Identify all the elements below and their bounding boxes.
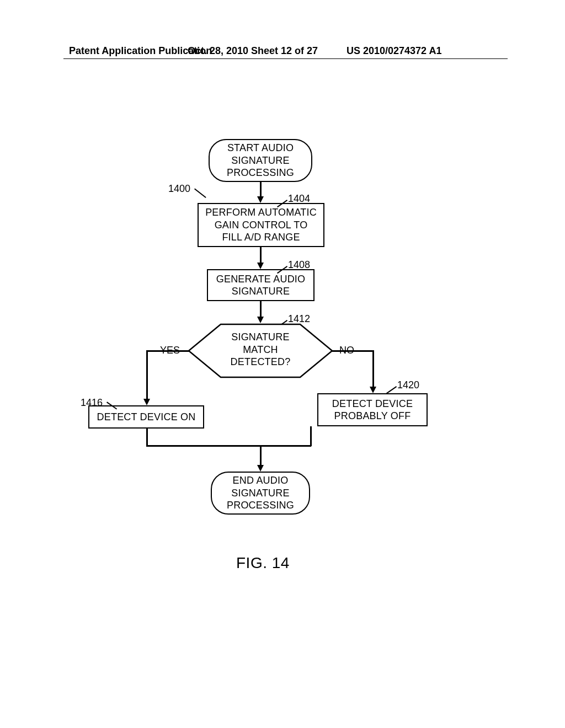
node-start-text: START AUDIOSIGNATUREPROCESSING [227,142,294,179]
edge-start-agc-arrow [257,196,264,203]
edge-dec-on-arrow [143,399,150,405]
node-decision-text: SIGNATUREMATCHDETECTED? [188,331,333,368]
edge-dec-off-h [332,350,374,352]
node-end: END AUDIOSIGNATUREPROCESSING [211,472,310,515]
node-off: DETECT DEVICEPROBABLY OFF [317,393,428,426]
edge-agc-gen [260,247,262,264]
node-on-text: DETECT DEVICE ON [97,411,196,424]
node-start: START AUDIOSIGNATUREPROCESSING [209,139,312,182]
edge-off-end-h [260,445,311,447]
header-mid: Oct. 28, 2010 Sheet 12 of 27 [188,45,318,57]
edge-dec-off-arrow [370,387,376,393]
node-gen: GENERATE AUDIOSIGNATURE [207,269,315,301]
edge-on-end-h [146,445,261,447]
edge-dec-on-v [146,350,148,400]
edge-start-agc [260,182,262,197]
header-right: US 2010/0274372 A1 [347,45,441,57]
edge-on-end-v [146,429,148,446]
edge-dec-off-v [372,350,374,388]
edge-gen-dec [260,301,262,318]
ref-1400: 1400 [168,183,190,195]
node-agc: PERFORM AUTOMATICGAIN CONTROL TOFILL A/D… [198,203,324,247]
ref-1420: 1420 [397,379,419,391]
figure-caption: FIG. 14 [236,554,290,572]
edge-off-end-v [310,426,312,446]
edge-agc-gen-arrow [257,263,264,269]
page: Patent Application Publication Oct. 28, … [0,0,565,728]
edge-gen-dec-arrow [257,317,264,323]
node-on: DETECT DEVICE ON [88,405,204,429]
node-end-text: END AUDIOSIGNATUREPROCESSING [227,474,294,512]
edge-dec-on-h [146,350,189,352]
edge-merge-end-arrow [257,465,264,472]
node-gen-text: GENERATE AUDIOSIGNATURE [216,273,306,298]
edge-merge-end [260,445,262,466]
node-off-text: DETECT DEVICEPROBABLY OFF [332,398,413,422]
leader-1400 [194,188,206,198]
node-decision: SIGNATUREMATCHDETECTED? [188,323,333,378]
header-rule [63,58,508,59]
node-agc-text: PERFORM AUTOMATICGAIN CONTROL TOFILL A/D… [205,206,317,244]
